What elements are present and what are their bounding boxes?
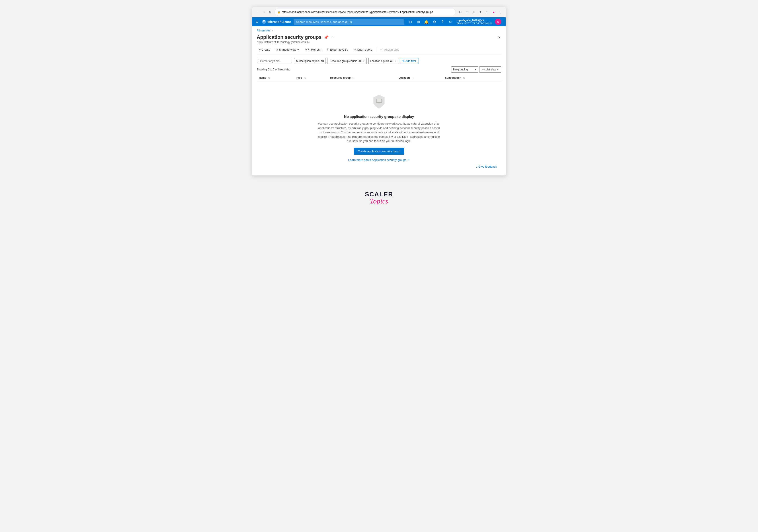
open-query-button[interactable]: ⊹ Open query — [351, 47, 374, 53]
resource-group-filter-value: all — [359, 59, 362, 63]
sort-icon-name: ↑↓ — [268, 77, 270, 79]
scaler-logo: SCALER Topics — [365, 191, 393, 205]
scaler-topics: Topics — [365, 197, 393, 205]
extensions-icon[interactable]: ⬡ — [464, 9, 470, 15]
scaler-section: SCALER Topics — [0, 182, 758, 209]
filter-input[interactable] — [257, 58, 292, 64]
col-subscription[interactable]: Subscription ↑↓ — [443, 74, 501, 81]
avatar: R — [495, 19, 501, 25]
more-options-button[interactable]: ··· — [331, 35, 335, 40]
bookmark-icon[interactable]: ★ — [478, 9, 483, 15]
export-csv-label: Export to CSV — [330, 48, 348, 51]
user-section[interactable]: rupeshgulia_20189@ait... ARMY INSTITUTE … — [455, 18, 503, 26]
open-query-label: Open query — [357, 48, 372, 51]
location-filter-label: Location equals — [370, 59, 389, 63]
add-filter-button[interactable]: ⇅ Add filter — [400, 58, 418, 64]
export-csv-button[interactable]: ⬇ Export to CSV — [325, 47, 351, 53]
location-filter-value: all — [390, 59, 393, 63]
forward-button[interactable]: → — [261, 9, 266, 15]
user-text: rupeshgulia_20189@ait... ARMY INSTITUTE … — [457, 19, 494, 25]
lock-icon: 🔒 — [277, 11, 281, 14]
topnav-icons: ⊡ ⊞ 🔔 ⚙ ? ☺ rupeshgulia_20189@ait... ARM… — [407, 18, 503, 26]
list-view-button[interactable]: ≡≡ List view ∨ — [479, 66, 501, 73]
refresh-toolbar-button[interactable]: ↻ ↻ Refresh — [302, 47, 324, 53]
add-filter-label: Add filter — [405, 59, 416, 63]
manage-view-button[interactable]: ⚙ Manage view ∨ — [273, 47, 301, 53]
hamburger-button[interactable]: ≡ — [255, 19, 259, 25]
empty-state-title: No application security groups to displa… — [344, 115, 414, 119]
col-type[interactable]: Type ↑↓ — [294, 74, 328, 81]
toolbar-separator — [376, 48, 376, 52]
tag-icon: 🏷 — [380, 48, 383, 51]
resource-group-filter-close[interactable]: × — [363, 59, 364, 63]
menu-icon[interactable]: ⋮ — [498, 9, 503, 15]
azure-logo-icon — [262, 19, 266, 24]
feedback-icon: ♪ — [476, 165, 477, 168]
portal-content: All services > Application security grou… — [252, 26, 506, 175]
create-label: Create — [261, 48, 270, 51]
assign-tags-button[interactable]: 🏷 Assign tags — [378, 47, 401, 53]
empty-state-icon — [370, 92, 388, 110]
back-button[interactable]: ← — [255, 9, 260, 15]
col-name[interactable]: Name ↑↓ — [257, 74, 294, 81]
azure-portal: ≡ Microsoft Azure ⊡ ⊞ 🔔 ⚙ ? ☺ — [252, 18, 506, 175]
pin-button[interactable]: 📌 — [324, 35, 329, 40]
location-filter-tag: Location equals all × — [368, 58, 398, 64]
table-header-row: Name ↑↓ Type ↑↓ Resource group ↑↓ Locati… — [257, 74, 501, 81]
breadcrumb-text: All services — [257, 29, 270, 32]
learn-more-link[interactable]: Learn more about Application security gr… — [348, 158, 410, 161]
window-icon[interactable]: □ — [484, 9, 490, 15]
brand-name: Microsoft Azure — [268, 20, 291, 24]
sort-icon-location: ↑↓ — [412, 77, 414, 79]
notifications-button[interactable]: 🔔 — [423, 18, 430, 25]
location-filter-close[interactable]: × — [395, 59, 396, 63]
feedback-topnav-button[interactable]: ☺ — [447, 18, 454, 25]
resource-group-filter-tag: Resource group equals all × — [327, 58, 366, 64]
browser-nav-buttons: ← → ↻ — [255, 9, 273, 15]
profile-icon[interactable]: ● — [491, 9, 497, 15]
empty-state: No application security groups to displa… — [257, 81, 501, 173]
manage-view-label: Manage view ∨ — [279, 48, 299, 51]
add-filter-icon: ⇅ — [402, 59, 405, 63]
refresh-label: ↻ Refresh — [308, 48, 321, 51]
records-row: Showing 0 to 0 of 0 records. No grouping… — [257, 66, 501, 73]
address-bar[interactable]: 🔒 https://portal.azure.com/#view/HubsExt… — [274, 9, 456, 16]
google-icon[interactable]: G — [458, 9, 463, 15]
give-feedback-button[interactable]: ♪ Give feedback — [476, 165, 497, 168]
subscription-filter-tag: Subscription equals all — [294, 58, 326, 64]
browser-actions: G ⬡ ☆ ★ □ ● ⋮ — [458, 9, 503, 15]
settings-button[interactable]: ⚙ — [431, 18, 438, 25]
help-button[interactable]: ? — [439, 18, 446, 25]
cloud-shell-button[interactable]: ⊡ — [407, 18, 414, 25]
query-icon: ⊹ — [354, 48, 356, 51]
subscription-filter-value: all — [321, 59, 324, 63]
page-title-row: Application security groups 📌 ··· — [257, 34, 335, 40]
col-location[interactable]: Location ↑↓ — [396, 74, 443, 81]
sort-icon-subscription: ↑↓ — [463, 77, 465, 79]
page-title-section: Application security groups 📌 ··· Army I… — [257, 34, 335, 44]
col-resource-group[interactable]: Resource group ↑↓ — [328, 74, 396, 81]
page-title: Application security groups — [257, 34, 322, 40]
list-view-icon: ≡≡ — [482, 68, 485, 71]
list-view-chevron: ∨ — [497, 68, 499, 71]
list-view-label: List view — [486, 68, 496, 71]
directory-button[interactable]: ⊞ — [415, 18, 422, 25]
close-button[interactable]: × — [497, 34, 501, 41]
empty-state-description: You can use application security groups … — [317, 122, 441, 143]
bookmark-star-icon[interactable]: ☆ — [471, 9, 476, 15]
grouping-select[interactable]: No grouping — [451, 66, 478, 73]
browser-toolbar: ← → ↻ 🔒 https://portal.azure.com/#view/H… — [252, 7, 506, 18]
filter-row: Subscription equals all Resource group e… — [257, 58, 501, 64]
breadcrumb-separator: > — [272, 29, 273, 32]
page-subtitle: Army Institute of Technology (aitpune.ed… — [257, 41, 335, 44]
create-button[interactable]: + Create — [257, 47, 272, 53]
user-org: ARMY INSTITUTE OF TECHNOLO... — [457, 22, 494, 25]
create-asg-button[interactable]: Create application security group — [354, 148, 404, 155]
breadcrumb[interactable]: All services > — [257, 29, 501, 32]
data-table: Name ↑↓ Type ↑↓ Resource group ↑↓ Locati… — [257, 74, 501, 81]
page-title-actions: 📌 ··· — [324, 35, 335, 40]
global-search-input[interactable] — [294, 19, 404, 25]
content-wrapper: Name ↑↓ Type ↑↓ Resource group ↑↓ Locati… — [257, 74, 501, 173]
user-name: rupeshgulia_20189@ait... — [457, 19, 494, 22]
refresh-button[interactable]: ↻ — [267, 9, 273, 15]
